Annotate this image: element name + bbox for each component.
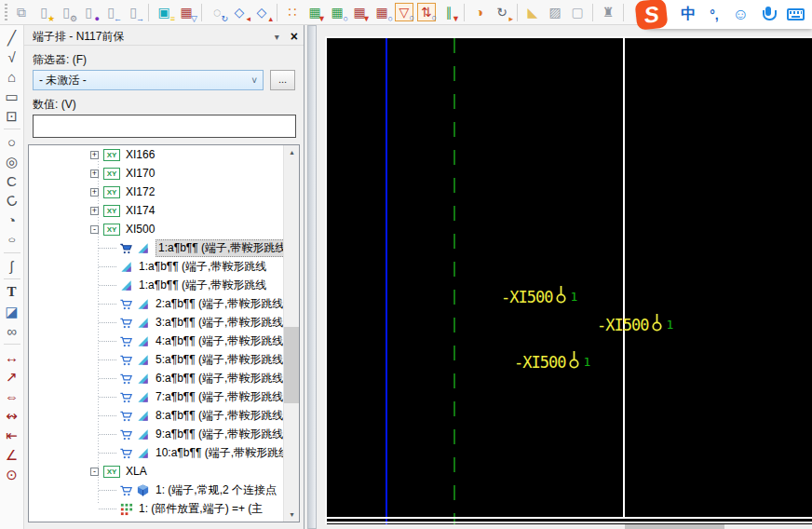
rotate-icon[interactable]: ↻▸ xyxy=(493,3,511,21)
tree-expander[interactable]: + xyxy=(90,170,99,178)
document-macro-icon[interactable]: ▯● xyxy=(79,3,98,21)
arc-center-tool-icon[interactable]: C xyxy=(2,191,22,210)
tree-expander[interactable]: + xyxy=(90,207,99,215)
filter-terminal-toggle-icon[interactable]: ▽○ xyxy=(395,3,413,21)
flip-vertical-icon[interactable]: ◇▴ xyxy=(252,3,271,21)
tree-row[interactable]: 5:a¶b¶¶ (端子,带鞍形跳线 xyxy=(29,350,283,369)
flip-horizontal-icon[interactable]: ◇◂ xyxy=(230,3,249,21)
stamp-icon[interactable]: ♜ xyxy=(599,3,617,21)
tree-row[interactable]: +XYXI174 xyxy=(29,201,283,220)
rectangle-tool-icon[interactable]: ▭ xyxy=(2,87,22,106)
tree-row[interactable]: +XYXI170 xyxy=(29,164,283,183)
scrollbar-thumb[interactable] xyxy=(284,327,300,403)
value-input[interactable] xyxy=(33,115,296,138)
ellipse-tool-icon[interactable]: ○ xyxy=(2,230,22,250)
filter-more-button[interactable]: ... xyxy=(270,70,295,90)
sogou-language-toggle[interactable]: 中 xyxy=(681,5,696,24)
terminal-select-icon[interactable]: ▦○ xyxy=(372,3,391,21)
new-document-icon[interactable]: ▯★ xyxy=(34,3,53,21)
tree-row[interactable]: +XYXI166 xyxy=(29,145,283,164)
tree-row[interactable]: 10:a¶b¶¶ (端子,带鞍形跳线 xyxy=(29,443,283,462)
tree-row[interactable]: -XYXI500 xyxy=(29,220,283,238)
tree-row[interactable]: 8:a¶b¶¶ (端子,带鞍形跳线 xyxy=(29,406,283,425)
rotate-handles-icon[interactable]: ◌↻ xyxy=(208,3,226,21)
corner-fill-icon[interactable]: ◣ xyxy=(523,3,542,21)
mirror-icon[interactable]: ◑ xyxy=(470,3,489,21)
table-filter-icon[interactable]: ▦▽ xyxy=(177,3,196,21)
tree-row[interactable]: 6:a¶b¶¶ (端子,带鞍形跳线 xyxy=(29,369,283,387)
image-tool-icon[interactable]: ◪ xyxy=(2,302,22,321)
tree-row[interactable]: 2:a¶b¶¶ (端子,带鞍形跳线 xyxy=(29,294,283,313)
circle-tool-icon[interactable]: ○ xyxy=(2,132,22,152)
tree-row[interactable]: 3:a¶b¶¶ (端子,带鞍形跳线 xyxy=(29,313,283,332)
tree-row[interactable]: -XYXLA xyxy=(29,462,283,481)
align-terminals-icon[interactable]: ∷ xyxy=(283,3,302,21)
tree-row[interactable]: 1:a¶b¶¶ (端子,带鞍形跳线 xyxy=(29,238,283,257)
tree-expander[interactable]: - xyxy=(90,468,99,476)
canvas-hscrollbar-thumb[interactable] xyxy=(625,524,724,529)
panel-collapse-icon[interactable]: ▾ xyxy=(275,32,279,42)
circle-points-tool-icon[interactable]: ◎ xyxy=(2,152,22,171)
dimension-limit-icon[interactable]: ⇤ xyxy=(2,426,22,445)
arc-tool-icon[interactable]: C xyxy=(2,171,22,191)
flag-icon xyxy=(135,389,150,404)
dimension-angle-icon[interactable]: ∠ xyxy=(2,445,22,465)
tree-row[interactable]: 9:a¶b¶¶ (端子,带鞍形跳线 xyxy=(29,425,283,443)
sogou-keyboard-icon[interactable] xyxy=(787,8,805,20)
sogou-emoji-button[interactable]: ☺ xyxy=(733,7,749,22)
dimension-radius-icon[interactable]: ⊙ xyxy=(2,465,22,484)
filter-dropdown[interactable]: - 未激活 - ˅ xyxy=(33,70,264,90)
scrollbar-up-icon[interactable]: ▴ xyxy=(284,145,300,159)
terminal-filter-icon[interactable]: ▦▼ xyxy=(350,3,369,21)
panel-splitter[interactable] xyxy=(304,25,321,529)
tree-expander[interactable]: - xyxy=(90,225,99,234)
device-filter-icon[interactable]: ▦▼ xyxy=(305,3,324,21)
tree-row[interactable]: 1: (部件放置,端子) =+ (主 xyxy=(29,499,283,518)
polygon-tool-icon[interactable]: ⌂ xyxy=(2,67,22,87)
hatch-fill-icon[interactable]: ▨ xyxy=(546,3,564,21)
sogou-punctuation-toggle[interactable]: °, xyxy=(710,7,719,22)
tree-row-label: 5:a¶b¶¶ (端子,带鞍形跳线 xyxy=(156,352,283,368)
tree-row-label: 1:a¶b¶¶ (端子,带鞍形跳线 xyxy=(139,259,266,275)
sogou-mic-icon[interactable] xyxy=(763,7,773,22)
tree-row[interactable]: 1: (端子,常规,2 个连接点 xyxy=(29,481,283,499)
move-terminal-toggle-icon[interactable]: ⇅○ xyxy=(417,3,436,21)
copy-document-icon[interactable]: ⧉ xyxy=(12,3,31,21)
dimension-horizontal-icon[interactable]: ↔ xyxy=(2,347,22,367)
tree-row[interactable]: 7:a¶b¶¶ (端子,带鞍形跳线 xyxy=(29,387,283,406)
tree-row[interactable]: +XYXI172 xyxy=(29,183,283,201)
document-settings-icon[interactable]: ▯⚙ xyxy=(57,3,75,21)
terminal-strip-icon: XY xyxy=(103,205,120,217)
sector-tool-icon[interactable]: ◔ xyxy=(2,210,22,230)
dimension-chain-icon[interactable]: ⇔ xyxy=(2,387,22,406)
tree-expander[interactable]: + xyxy=(90,151,99,159)
tree-row[interactable]: 1:a¶b¶¶ (端子,带鞍形跳线 xyxy=(29,276,283,294)
column-filter-icon[interactable]: ∥▼ xyxy=(440,3,458,21)
export-page-icon[interactable]: ▯→ xyxy=(124,3,142,21)
tree-expander[interactable]: + xyxy=(90,188,99,197)
terminal-strip-panel: 端子排 - N117前保 ▾ × 筛选器: (F) - 未激活 - ˅ ... … xyxy=(24,25,304,529)
import-page-icon[interactable]: ▯← xyxy=(102,3,120,21)
tree-row[interactable]: 4:a¶b¶¶ (端子,带鞍形跳线 xyxy=(29,332,283,350)
link-tool-icon[interactable]: ∞ xyxy=(2,321,22,341)
new-window-icon[interactable]: ▣≡ xyxy=(155,3,173,21)
spline-tool-icon[interactable]: ʃ xyxy=(2,256,22,276)
selection-area-icon[interactable]: ▢ xyxy=(568,3,587,21)
terminal-symbol-icon xyxy=(651,313,663,332)
tree-row[interactable]: 1:a¶b¶¶ (端子,带鞍形跳线 xyxy=(29,257,283,276)
drawing-canvas[interactable]: -XI500 1 -XI500 1 -XI500 1 xyxy=(325,36,812,524)
scrollbar-down-icon[interactable]: ▾ xyxy=(284,508,300,522)
rectangle-points-tool-icon[interactable]: ⊡ xyxy=(2,106,22,126)
dimension-aligned-icon[interactable]: ↗ xyxy=(2,367,22,387)
toolbar-separator xyxy=(201,4,202,21)
sogou-logo-icon[interactable]: S xyxy=(635,0,669,31)
device-select-icon[interactable]: ▦○ xyxy=(328,3,346,21)
line-tool-icon[interactable]: ╱ xyxy=(2,28,22,47)
dimension-baseline-icon[interactable]: ↭ xyxy=(2,406,22,426)
tree-scrollbar[interactable]: ▴ ▾ xyxy=(283,145,299,522)
panel-close-icon[interactable]: × xyxy=(291,30,298,43)
text-tool-icon[interactable]: T xyxy=(2,282,22,302)
toolbar-drag-handle[interactable] xyxy=(5,4,7,20)
tree-row-label: 1:a¶b¶¶ (端子,带鞍形跳线 xyxy=(139,278,266,293)
polyline-tool-icon[interactable]: √ xyxy=(2,47,22,67)
